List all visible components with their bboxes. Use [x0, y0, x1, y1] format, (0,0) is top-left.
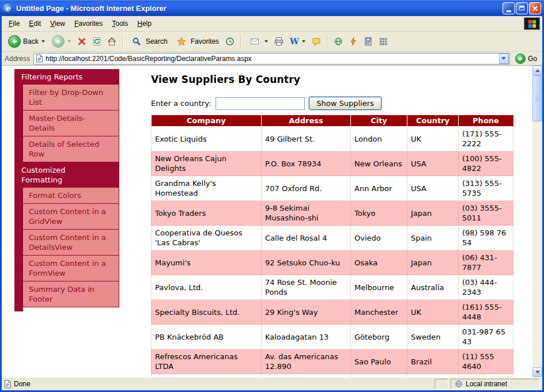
- vertical-scrollbar[interactable]: [532, 66, 542, 377]
- table-cell: Tokyo Traders: [152, 201, 262, 226]
- table-cell: Refrescos Americanas LTDA: [152, 349, 262, 374]
- edit-dropdown-caret: [302, 40, 305, 43]
- go-button[interactable]: Go: [513, 53, 539, 64]
- search-icon: [130, 36, 143, 47]
- maximize-icon: [519, 6, 524, 10]
- table-row: Cooperativa de Quesos 'Las Cabras'Calle …: [152, 226, 513, 250]
- messenger-button[interactable]: [346, 36, 360, 47]
- favorites-button[interactable]: Favorites: [172, 35, 222, 48]
- grid-button[interactable]: [376, 36, 390, 47]
- search-button[interactable]: Search: [127, 35, 171, 48]
- table-cell: Calle del Rosal 4: [262, 226, 351, 250]
- table-cell: Oviedo: [351, 226, 407, 250]
- refresh-button[interactable]: [90, 36, 104, 47]
- research-globe-button[interactable]: [331, 36, 345, 47]
- discuss-button[interactable]: [309, 36, 323, 47]
- table-cell: (161) 555-4448: [459, 300, 513, 325]
- calculator-button[interactable]: [361, 36, 375, 47]
- back-button[interactable]: Back: [5, 34, 48, 49]
- table-row: Refrescos Americanas LTDAAv. das America…: [152, 349, 513, 374]
- back-icon: [8, 35, 21, 48]
- home-button[interactable]: [105, 36, 119, 47]
- sidebar-item-master-details-details[interactable]: Master-Details-Details: [23, 111, 119, 136]
- menu-edit[interactable]: Edit: [24, 18, 46, 29]
- sidebar-item-custom-content-gridview[interactable]: Custom Content in a GridView: [23, 204, 119, 230]
- menu-favorites[interactable]: Favorites: [70, 18, 107, 29]
- table-row: Heli Süßwaren GmbH & Co. KGTiergartenstr…: [152, 374, 513, 378]
- mail-icon: [248, 36, 262, 47]
- table-cell: Exotic Liquids: [152, 127, 262, 151]
- table-cell: 29 King's Way: [262, 300, 351, 325]
- country-label: Enter a country:: [151, 99, 211, 108]
- window-title: Untitled Page - Microsoft Internet Explo…: [16, 4, 499, 13]
- table-cell: 031-987 65 43: [459, 325, 513, 349]
- sidebar-item-filtering-reports[interactable]: Filtering Reports: [14, 69, 119, 85]
- sidebar-item-summary-data-in-footer[interactable]: Summary Data in Footer: [23, 281, 119, 307]
- page-icon: [36, 54, 43, 63]
- toolbar: Back Search: [2, 32, 542, 52]
- sidebar-item-filter-by-drop-down-list[interactable]: Filter by Drop-Down List: [23, 85, 119, 111]
- minimize-button[interactable]: [503, 2, 515, 14]
- address-label: Address: [5, 55, 30, 63]
- address-url: http://localhost:2201/Code/BasicReportin…: [46, 55, 497, 63]
- window-frame: File Edit View Favorites Tools Help Back: [0, 16, 544, 392]
- sidebar-group: Filter by Drop-Down List Master-Details-…: [14, 85, 119, 162]
- mail-button[interactable]: [245, 35, 271, 48]
- table-cell: Cooperativa de Quesos 'Las Cabras': [152, 226, 262, 250]
- history-button[interactable]: [223, 36, 237, 47]
- table-cell: Grandma Kelly's Homestead: [152, 176, 262, 201]
- edit-button[interactable]: W: [287, 36, 308, 47]
- sidebar-item-details-of-selected-row[interactable]: Details of Selected Row: [23, 136, 119, 162]
- table-cell: (010) 9984510: [459, 374, 513, 378]
- table-cell: Melbourne: [351, 275, 407, 300]
- page-title: View Suppliers By Country: [151, 74, 513, 85]
- menu-file[interactable]: File: [4, 18, 24, 29]
- address-input[interactable]: http://localhost:2201/Code/BasicReportin…: [33, 53, 509, 64]
- menu-tools[interactable]: Tools: [107, 18, 133, 29]
- sidebar-item-custom-content-formview[interactable]: Custom Content in a FormView: [23, 256, 119, 281]
- table-cell: Japan: [407, 201, 459, 226]
- table-cell: PB Knäckebröd AB: [152, 325, 262, 349]
- browser-window: e Untitled Page - Microsoft Internet Exp…: [0, 0, 544, 392]
- table-cell: Sao Paulo: [351, 349, 407, 374]
- scrollbar-thumb[interactable]: [532, 75, 542, 121]
- zone-pane: Local intranet: [451, 379, 540, 389]
- address-dropdown-button[interactable]: [499, 54, 509, 64]
- arrow-up-icon: [535, 69, 540, 72]
- scroll-down-button[interactable]: [532, 367, 542, 377]
- status-bar: Done Local intranet: [2, 377, 542, 390]
- done-page-icon: [4, 380, 12, 389]
- close-button[interactable]: ×: [529, 2, 541, 14]
- table-cell: (06) 431-7877: [459, 250, 513, 275]
- sidebar-item-format-colors[interactable]: Format Colors: [23, 188, 119, 204]
- table-row: New Orleans Cajun DelightsP.O. Box 78934…: [152, 151, 513, 176]
- table-cell: Spain: [407, 226, 459, 250]
- menu-view[interactable]: View: [46, 18, 70, 29]
- print-button[interactable]: [272, 36, 286, 47]
- scroll-up-button[interactable]: [532, 66, 542, 75]
- table-cell: UK: [407, 127, 459, 151]
- forward-button[interactable]: [49, 34, 74, 49]
- column-header-city: City: [351, 115, 407, 127]
- table-cell: Mayumi's: [152, 250, 262, 275]
- favorites-icon: [175, 36, 188, 47]
- forward-dropdown-caret: [67, 40, 71, 43]
- search-label: Search: [146, 37, 168, 45]
- column-header-company: Company: [152, 115, 262, 127]
- web-page: Filtering Reports Filter by Drop-Down Li…: [2, 66, 532, 377]
- sidebar-item-custom-content-detailsview[interactable]: Custom Content in a DetailsView: [23, 230, 119, 256]
- mail-dropdown-caret: [265, 40, 268, 43]
- table-cell: Brazil: [407, 349, 459, 374]
- country-input[interactable]: [216, 97, 305, 110]
- table-cell: 74 Rose St. Moonie Ponds: [262, 275, 351, 300]
- maximize-button[interactable]: [516, 2, 528, 14]
- minimize-icon: [507, 10, 511, 12]
- menu-bar: File Edit View Favorites Tools Help: [2, 16, 542, 32]
- stop-button[interactable]: [75, 36, 89, 47]
- sidebar-item-customized-formatting[interactable]: Customized Formatting: [14, 162, 119, 188]
- table-cell: (03) 3555-5011: [459, 201, 513, 226]
- address-bar: Address http://localhost:2201/Code/Basic…: [2, 52, 542, 66]
- menu-help[interactable]: Help: [133, 18, 156, 29]
- forward-icon: [52, 35, 65, 48]
- show-suppliers-button[interactable]: Show Suppliers: [309, 97, 381, 110]
